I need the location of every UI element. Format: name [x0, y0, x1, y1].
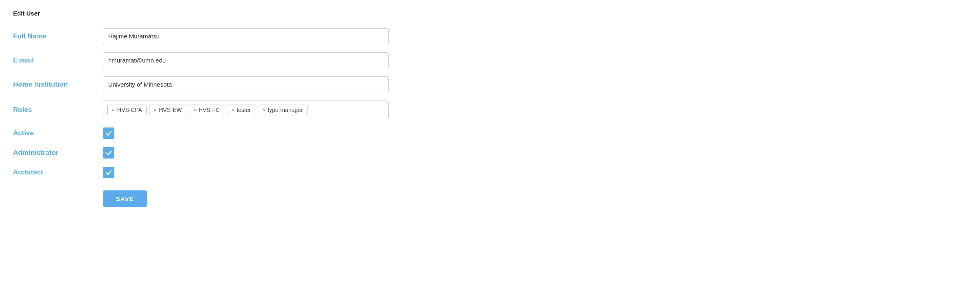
home-institution-row: Home Institution [13, 72, 967, 96]
email-label: E-mail [13, 56, 34, 64]
remove-role-icon[interactable]: × [154, 107, 156, 113]
roles-input-box[interactable]: ×HVS-CPA×HVS-EW×HVS-FC×tester×type-manag… [103, 101, 389, 119]
remove-role-icon[interactable]: × [112, 107, 115, 113]
architect-row: Architect [13, 163, 967, 182]
architect-label: Architect [13, 168, 43, 176]
role-tag-hvs-ew: ×HVS-EW [149, 105, 186, 115]
role-tag-type-manager: ×type-manager [258, 105, 307, 115]
email-row: E-mail [13, 48, 967, 72]
home-institution-input[interactable] [103, 76, 389, 92]
remove-role-icon[interactable]: × [231, 107, 234, 113]
checkmark-icon [105, 169, 112, 176]
administrator-label: Administrator [13, 149, 58, 156]
full-name-input[interactable] [103, 28, 389, 44]
role-tag-label: HVS-FC [198, 107, 220, 113]
remove-role-icon[interactable]: × [193, 107, 196, 113]
active-row: Active [13, 123, 967, 143]
checkmark-icon [105, 130, 112, 136]
page-title: Edit User [13, 10, 967, 17]
remove-role-icon[interactable]: × [262, 107, 265, 113]
role-tag-label: type-manager [267, 107, 303, 113]
full-name-row: Full Name [13, 24, 967, 48]
administrator-row: Administrator [13, 143, 967, 163]
roles-label: Roles [13, 106, 32, 114]
active-checkbox[interactable] [103, 127, 114, 139]
role-tag-label: HVS-EW [159, 107, 182, 113]
role-tag-tester: ×tester [227, 105, 255, 115]
edit-user-form: Full Name E-mail Home Institution Roles … [13, 24, 967, 211]
active-label: Active [13, 129, 34, 137]
checkmark-icon [105, 150, 112, 156]
administrator-checkbox[interactable] [103, 147, 114, 159]
save-button[interactable]: SAVE [103, 190, 147, 207]
email-input[interactable] [103, 52, 389, 68]
role-tag-label: tester [236, 107, 251, 113]
full-name-label: Full Name [13, 32, 46, 40]
roles-row: Roles ×HVS-CPA×HVS-EW×HVS-FC×tester×type… [13, 96, 967, 123]
home-institution-label: Home Institution [13, 80, 68, 88]
role-tag-label: HVS-CPA [117, 107, 142, 113]
architect-checkbox[interactable] [103, 167, 114, 178]
role-tag-hvs-fc: ×HVS-FC [189, 105, 224, 115]
save-row: SAVE [13, 182, 967, 211]
role-tag-hvs-cpa: ×HVS-CPA [107, 105, 147, 115]
